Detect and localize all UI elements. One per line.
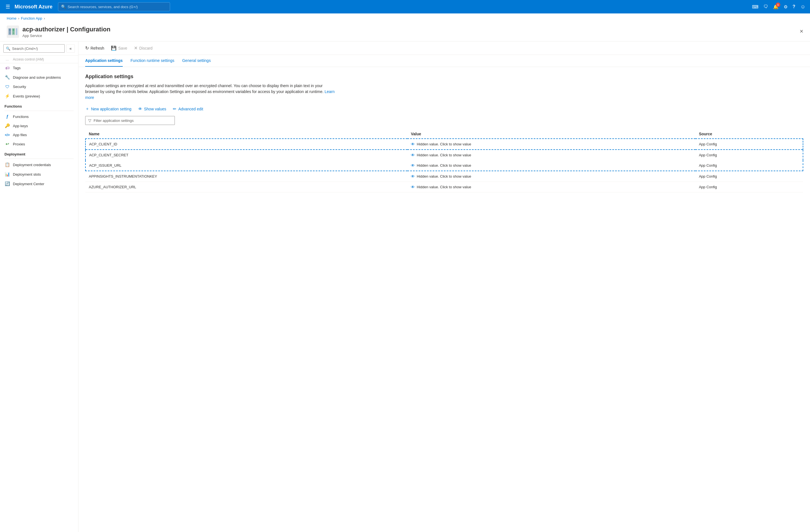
advanced-edit-button[interactable]: ✏ Advanced edit (173, 107, 203, 112)
sidebar-collapse-button[interactable]: « (66, 44, 75, 53)
new-application-setting-button[interactable]: ＋ New application setting (85, 106, 131, 112)
sidebar-search-placeholder: Search (Cmd+/) (12, 47, 38, 51)
section-title: Application settings (85, 74, 803, 80)
hidden-value-display: 👁 Hidden value. Click to show value (411, 163, 692, 168)
cell-value[interactable]: 👁 Hidden value. Click to show value (407, 160, 695, 171)
show-values-button[interactable]: 👁 Show values (138, 107, 166, 111)
sidebar-item-app-keys[interactable]: 🔑 App keys (0, 121, 78, 131)
discard-button[interactable]: ✕ Discard (134, 44, 152, 52)
description-text: Application settings are encrypted at re… (85, 83, 324, 94)
table-row[interactable]: ACP_CLIENT_ID 👁 Hidden value. Click to s… (85, 139, 803, 150)
sidebar-item-functions[interactable]: ƒ Functions (0, 112, 78, 121)
page-title: acp-authorizer | Configuration (22, 26, 803, 33)
svg-rect-4 (9, 33, 11, 34)
sidebar-item-tags[interactable]: 🏷 Tags (0, 63, 78, 72)
breadcrumb-home[interactable]: Home (7, 16, 17, 20)
sidebar-item-events[interactable]: ⚡ Events (preview) (0, 91, 78, 101)
sidebar-item-label-security: Security (13, 85, 26, 89)
proxies-icon: ↩ (4, 142, 10, 146)
app-files-icon: </> (4, 133, 10, 137)
sidebar-divider-2 (4, 159, 74, 159)
main-panel: ↻ Refresh 💾 Save ✕ Discard Application s… (79, 42, 810, 532)
filter-row: ▽ Filter application settings (85, 116, 803, 125)
table-row[interactable]: AZURE_AUTHORIZER_URL 👁 Hidden value. Cli… (85, 182, 803, 192)
tab-general-settings[interactable]: General settings (182, 55, 211, 67)
function-app-svg (7, 26, 19, 38)
cell-value[interactable]: 👁 Hidden value. Click to show value (407, 139, 695, 150)
tab-function-runtime-settings[interactable]: Function runtime settings (131, 55, 174, 67)
cell-value[interactable]: 👁 Hidden value. Click to show value (407, 171, 695, 182)
feedback-icon[interactable]: 🗨 (763, 4, 768, 9)
new-setting-label: New application setting (91, 107, 131, 111)
hamburger-menu-icon[interactable]: ☰ (4, 2, 11, 11)
account-icon[interactable]: ☺ (800, 4, 806, 10)
deployment-credentials-icon: 📋 (4, 162, 10, 167)
value-text: Hidden value. Click to show value (417, 142, 471, 146)
filter-placeholder: Filter application settings (94, 118, 134, 123)
deployment-slots-icon: 📊 (4, 172, 10, 177)
cell-name: ACP_ISSUER_URL (85, 160, 407, 171)
action-row: ＋ New application setting 👁 Show values … (85, 106, 803, 112)
sidebar-divider-1 (4, 111, 74, 111)
sidebar-item-label-proxies: Proxies (13, 142, 25, 146)
cell-name: AZURE_AUTHORIZER_URL (85, 182, 407, 192)
table-row[interactable]: APPINSIGHTS_INSTRUMENTATIONKEY 👁 Hidden … (85, 171, 803, 182)
close-button[interactable]: × (800, 28, 803, 35)
sidebar-item-deployment-center[interactable]: 🔄 Deployment Center (0, 179, 78, 189)
cell-source: App Config (695, 182, 803, 192)
terminal-icon[interactable]: ⌨ (752, 4, 759, 10)
help-icon[interactable]: ? (793, 4, 795, 9)
sidebar-item-deployment-credentials[interactable]: 📋 Deployment credentials (0, 160, 78, 170)
sidebar-item-app-files[interactable]: </> App files (0, 131, 78, 139)
cell-value[interactable]: 👁 Hidden value. Click to show value (407, 182, 695, 192)
sidebar-search-icon: 🔍 (6, 47, 10, 51)
table-row[interactable]: ACP_ISSUER_URL 👁 Hidden value. Click to … (85, 160, 803, 171)
hidden-value-display: 👁 Hidden value. Click to show value (411, 174, 692, 179)
breadcrumb-sep-1: › (18, 17, 19, 20)
breadcrumb-function-app[interactable]: Function App (21, 16, 42, 20)
refresh-button[interactable]: ↻ Refresh (85, 44, 104, 52)
sidebar-item-proxies[interactable]: ↩ Proxies (0, 139, 78, 149)
sidebar-item-diagnose[interactable]: 🔧 Diagnose and solve problems (0, 72, 78, 82)
sidebar-search-box[interactable]: 🔍 Search (Cmd+/) (3, 44, 65, 53)
settings-table: Name Value Source ACP_CLIENT_ID 👁 (85, 129, 803, 192)
table-header: Name Value Source (85, 129, 803, 139)
column-value: Value (407, 129, 695, 139)
section-description: Application settings are encrypted at re… (85, 83, 337, 100)
sidebar-item-security[interactable]: 🛡 Security (0, 82, 78, 91)
sidebar-item-label-tags: Tags (13, 66, 20, 70)
sidebar-item-deployment-slots[interactable]: 📊 Deployment slots (0, 170, 78, 179)
edit-icon: ✏ (173, 107, 177, 112)
refresh-icon: ↻ (85, 45, 89, 51)
app-keys-icon: 🔑 (4, 123, 10, 128)
topbar: ☰ Microsoft Azure 🔍 Search resources, se… (0, 0, 810, 14)
cell-source: App Config (695, 160, 803, 171)
svg-rect-7 (13, 32, 14, 32)
show-values-label: Show values (144, 107, 166, 111)
page-header-titles: acp-authorizer | Configuration App Servi… (22, 26, 803, 38)
table-row[interactable]: ACP_CLIENT_SECRET 👁 Hidden value. Click … (85, 150, 803, 160)
sidebar-item-access-control[interactable]: … Access control (IAM) (0, 56, 78, 63)
toolbar: ↻ Refresh 💾 Save ✕ Discard (79, 42, 810, 55)
cell-value[interactable]: 👁 Hidden value. Click to show value (407, 150, 695, 160)
advanced-edit-label: Advanced edit (178, 107, 203, 111)
svg-rect-8 (13, 33, 14, 34)
filter-input[interactable]: ▽ Filter application settings (85, 116, 175, 125)
tab-application-settings[interactable]: Application settings (85, 55, 123, 67)
save-label: Save (118, 46, 127, 50)
save-button[interactable]: 💾 Save (111, 44, 127, 52)
sidebar-item-label-deployment-center: Deployment Center (13, 182, 44, 186)
settings-icon[interactable]: ⚙ (784, 4, 788, 10)
sidebar: 🔍 Search (Cmd+/) « … Access control (IAM… (0, 42, 79, 532)
panel-content: Application settings Application setting… (79, 67, 810, 199)
hidden-value-display: 👁 Hidden value. Click to show value (411, 184, 692, 189)
sidebar-item-label-deployment-credentials: Deployment credentials (13, 163, 51, 167)
main-container: Home › Function App › acp-authorizer | C… (0, 14, 810, 532)
search-icon: 🔍 (61, 4, 66, 9)
sidebar-item-label-access-control: Access control (IAM) (13, 58, 44, 61)
events-icon: ⚡ (4, 94, 10, 99)
page-header: acp-authorizer | Configuration App Servi… (0, 23, 810, 42)
cell-name: APPINSIGHTS_INSTRUMENTATIONKEY (85, 171, 407, 182)
global-search[interactable]: 🔍 Search resources, services, and docs (… (58, 2, 170, 11)
notifications-icon[interactable]: 🔔 1 (773, 4, 779, 10)
